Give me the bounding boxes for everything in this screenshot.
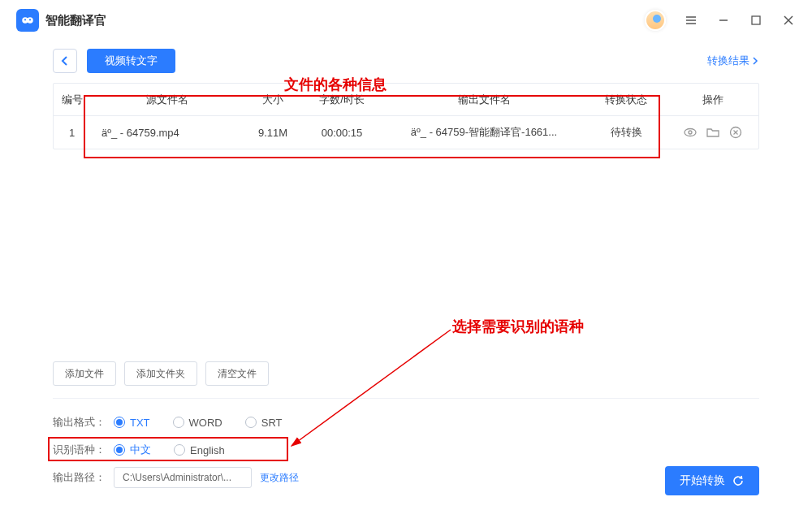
file-table: 编号 源文件名 大小 字数/时长 输出文件名 转换状态 操作 1 äº_ - 6… xyxy=(53,83,759,149)
th-ops: 操作 xyxy=(667,93,758,107)
user-avatar[interactable] xyxy=(645,10,666,31)
cell-output: äº_ - 64759-智能翻译官-1661... xyxy=(382,125,585,140)
cell-index: 1 xyxy=(54,127,90,139)
lang-chinese-radio[interactable]: 中文 xyxy=(114,443,151,457)
lang-english-radio[interactable]: English xyxy=(174,444,225,456)
preview-icon[interactable] xyxy=(683,125,698,140)
table-header: 编号 源文件名 大小 字数/时长 输出文件名 转换状态 操作 xyxy=(54,84,758,116)
svg-point-12 xyxy=(689,131,692,134)
annotation-select-lang: 选择需要识别的语种 xyxy=(452,317,584,336)
th-index: 编号 xyxy=(54,93,90,107)
svg-point-11 xyxy=(685,129,696,136)
output-path-row: 输出路径： C:\Users\Administrator\... 更改路径 xyxy=(53,464,759,491)
annotation-file-info: 文件的各种信息 xyxy=(284,75,387,94)
format-txt-radio[interactable]: TXT xyxy=(114,417,150,429)
cell-duration: 00:00:15 xyxy=(301,127,382,139)
divider xyxy=(53,398,759,399)
close-icon[interactable] xyxy=(781,13,796,28)
results-link[interactable]: 转换结果 xyxy=(707,54,759,68)
svg-point-3 xyxy=(29,19,31,20)
path-display[interactable]: C:\Users\Administrator\... xyxy=(114,467,252,488)
back-button[interactable] xyxy=(53,49,77,73)
folder-icon[interactable] xyxy=(706,125,720,140)
minimize-icon[interactable] xyxy=(716,13,731,28)
start-convert-button[interactable]: 开始转换 xyxy=(665,466,759,495)
clear-files-button[interactable]: 清空文件 xyxy=(205,361,269,386)
results-label: 转换结果 xyxy=(707,54,749,68)
maximize-icon[interactable] xyxy=(749,13,763,28)
th-output: 输出文件名 xyxy=(382,93,585,107)
lang-label: 识别语种： xyxy=(53,443,114,457)
svg-point-2 xyxy=(24,19,26,20)
cell-size: 9.11M xyxy=(244,127,301,139)
app-title: 智能翻译官 xyxy=(45,13,106,28)
format-label: 输出格式： xyxy=(53,415,114,430)
path-label: 输出路径： xyxy=(53,470,114,485)
menu-icon[interactable] xyxy=(684,13,698,28)
app-logo xyxy=(16,9,39,32)
table-row: 1 äº_ - 64759.mp4 9.11M 00:00:15 äº_ - 6… xyxy=(54,116,758,149)
cell-source: äº_ - 64759.mp4 xyxy=(90,127,244,139)
change-path-link[interactable]: 更改路径 xyxy=(260,471,299,485)
add-folder-button[interactable]: 添加文件夹 xyxy=(124,361,197,386)
output-format-row: 输出格式： TXT WORD SRT xyxy=(53,408,759,436)
th-source: 源文件名 xyxy=(90,93,244,107)
format-word-radio[interactable]: WORD xyxy=(173,417,222,429)
svg-rect-8 xyxy=(752,16,760,24)
delete-icon[interactable] xyxy=(728,125,743,140)
cell-ops xyxy=(667,125,758,140)
mode-button[interactable]: 视频转文字 xyxy=(87,49,175,73)
th-size: 大小 xyxy=(244,93,301,107)
th-status: 转换状态 xyxy=(585,93,667,107)
cell-status: 待转换 xyxy=(585,125,667,140)
start-label: 开始转换 xyxy=(680,473,725,488)
th-duration: 字数/时长 xyxy=(301,93,382,107)
refresh-icon xyxy=(732,474,745,487)
language-row: 识别语种： 中文 English xyxy=(53,436,759,464)
format-srt-radio[interactable]: SRT xyxy=(245,417,283,429)
add-file-button[interactable]: 添加文件 xyxy=(53,361,116,386)
